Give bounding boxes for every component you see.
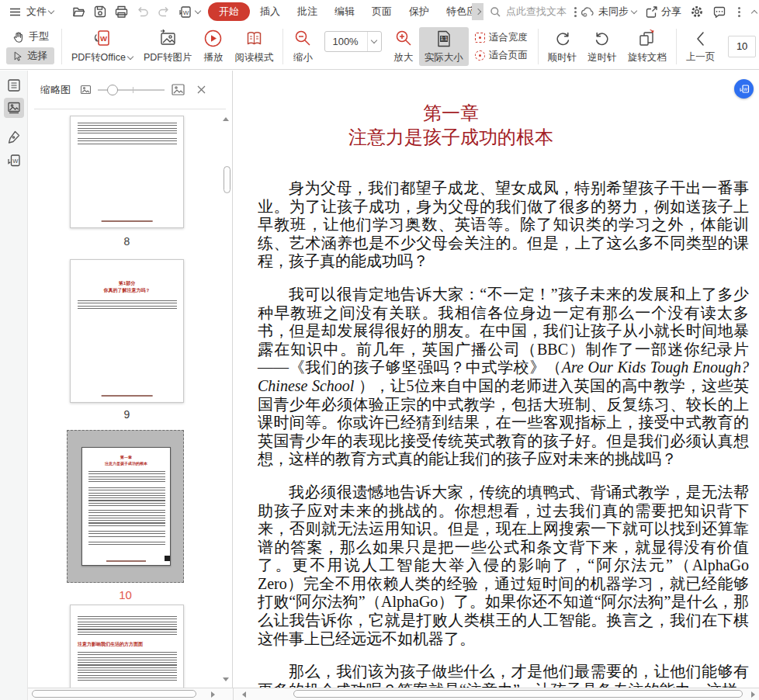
main-horizontal-scrollbar-thumb[interactable] xyxy=(293,690,743,698)
thumbnail-page-10-selected[interactable]: 第一章 注意力是孩子成功的根本 xyxy=(67,430,184,583)
file-menu[interactable]: 文件 xyxy=(24,3,56,20)
zoom-out-label: 缩小 xyxy=(293,51,313,64)
search-icon xyxy=(490,6,501,18)
zoom-out-button[interactable]: 缩小 xyxy=(287,27,318,66)
pdf-to-office-icon: W xyxy=(92,28,113,49)
feedback-comment-icon[interactable] xyxy=(712,5,726,19)
rotate-counterclockwise-button[interactable]: 逆时针 xyxy=(582,27,622,66)
tab-protect[interactable]: 保护 xyxy=(400,2,438,21)
word-convert-icon: W xyxy=(739,84,750,95)
sidebar-vertical-scrollbar-thumb[interactable] xyxy=(224,166,230,193)
rotate-clockwise-button[interactable]: 顺时针 xyxy=(542,27,583,66)
rotate-clockwise-label: 顺时针 xyxy=(548,51,577,64)
pdf-to-word-icon[interactable]: W xyxy=(4,151,24,171)
thumb9-heading-line1: 第1部分 xyxy=(71,280,183,287)
thumbnail-label-8[interactable]: 8 xyxy=(70,235,184,248)
chevron-down-icon xyxy=(371,37,377,43)
save-icon[interactable] xyxy=(93,5,107,19)
chevron-down-icon xyxy=(631,7,637,13)
zoom-in-label: 放大 xyxy=(393,51,413,64)
play-button[interactable]: 播放 xyxy=(197,26,229,66)
undo-icon[interactable] xyxy=(136,5,150,18)
thumbnail-size-slider[interactable] xyxy=(98,85,165,95)
tab-scroll-right-button[interactable] xyxy=(472,3,483,20)
page-number-input[interactable]: 10 xyxy=(728,36,756,57)
thumbnail-panel-icon[interactable] xyxy=(4,98,24,118)
pdf-to-image-label: PDF转图片 xyxy=(144,51,192,64)
hand-tool-label: 手型 xyxy=(29,29,49,43)
zoom-level-combobox[interactable]: 100% xyxy=(324,31,381,52)
fit-page-button[interactable]: 适合页面 xyxy=(472,49,531,62)
hand-tool-button[interactable]: 手型 xyxy=(6,28,54,45)
pdf-to-office-label: PDF转Office xyxy=(71,51,126,64)
outline-panel-icon[interactable] xyxy=(4,75,24,95)
tab-insert[interactable]: 插入 xyxy=(251,2,289,21)
main-scroll-right-arrow[interactable] xyxy=(751,691,755,698)
cloud-sync-status[interactable]: 未同步 xyxy=(580,5,636,19)
fit-width-button[interactable]: 适合宽度 xyxy=(472,31,531,44)
main-area: W 缩略图 xyxy=(0,71,759,700)
sidebar-scroll-down-arrow[interactable] xyxy=(223,677,229,681)
play-label: 播放 xyxy=(203,51,223,64)
doc-paragraph: 我必须很遗憾地告诉大家，传统的填鸭式、背诵式教学，是无法帮助孩子应对未来的挑战的… xyxy=(258,483,749,648)
share-icon xyxy=(645,5,658,19)
rotate-counterclockwise-label: 逆时针 xyxy=(587,51,617,64)
actual-size-button[interactable]: 1:1 实际大小 xyxy=(419,27,469,66)
zoom-dropdown-arrow[interactable] xyxy=(367,32,381,51)
slider-handle[interactable] xyxy=(107,85,118,95)
select-tool-label: 选择 xyxy=(27,49,47,63)
more-options-icon[interactable] xyxy=(738,11,740,13)
tab-home[interactable]: 开始 xyxy=(208,2,250,21)
rotate-document-icon xyxy=(636,28,657,49)
previous-page-label: 上一页 xyxy=(686,50,716,64)
previous-page-button[interactable]: 上一页 xyxy=(681,28,721,65)
thumbnail-label-10-current[interactable]: 10 xyxy=(68,588,182,601)
tab-edit[interactable]: 编辑 xyxy=(326,2,363,21)
save-as-word-button[interactable]: W xyxy=(178,5,200,19)
select-tool-button[interactable]: 选择 xyxy=(6,47,54,64)
zoom-in-button[interactable]: 放大 xyxy=(388,27,419,66)
menubar: 文件 W 开始 插入 批注 编辑 页面 保护 特色应 点此查 xyxy=(0,0,759,23)
settings-gear-icon[interactable] xyxy=(690,5,704,19)
chevron-right-icon xyxy=(474,9,480,15)
tab-comment[interactable]: 批注 xyxy=(289,2,326,21)
thumbnail-page-8[interactable] xyxy=(70,116,184,228)
sidebar-horizontal-scrollbar-thumb[interactable] xyxy=(32,690,196,698)
svg-text:W: W xyxy=(183,9,189,16)
zoom-level-value: 100% xyxy=(325,36,366,47)
wps-pdf-window: 文件 W 开始 插入 批注 编辑 页面 保护 特色应 点此查 xyxy=(0,0,759,700)
hamburger-menu-icon[interactable] xyxy=(6,4,24,20)
print-icon[interactable] xyxy=(114,5,129,19)
bottom-scrollbar-strip xyxy=(28,688,759,700)
play-icon xyxy=(203,28,224,49)
share-button[interactable]: 分享 xyxy=(645,5,681,19)
svg-text:W: W xyxy=(12,158,19,165)
thumbnail-small-icon xyxy=(80,84,92,95)
pdf-to-image-button[interactable]: PDF转图片 xyxy=(138,26,198,66)
pdf-to-image-icon xyxy=(158,28,178,49)
sidebar-scroll-right-arrow[interactable] xyxy=(211,691,215,698)
thumbnail-page-9[interactable]: 第1部分 你真的了解注意力吗？ xyxy=(70,259,184,403)
tab-features[interactable]: 特色应 xyxy=(438,2,477,21)
tab-page[interactable]: 页面 xyxy=(363,2,400,21)
collapse-toolbar-icon[interactable] xyxy=(751,9,757,16)
thumbnail-label-9[interactable]: 9 xyxy=(70,408,184,421)
open-file-icon[interactable] xyxy=(71,5,86,19)
sidebar-scroll-up-arrow[interactable] xyxy=(223,117,229,121)
annotation-pen-icon[interactable] xyxy=(4,126,24,147)
main-scroll-left-arrow[interactable] xyxy=(242,691,246,698)
cursor-icon xyxy=(12,50,23,62)
close-panel-icon[interactable] xyxy=(196,85,206,95)
document-area: 第一章 注意力是孩子成功的根本 身为父母，我们都望子成龙、望女成凤，特别希望孩子… xyxy=(234,71,759,700)
thumb11-heading: 注意力影响我们生活的方方面面 xyxy=(78,641,178,648)
pdf-to-word-floating-button[interactable]: W xyxy=(734,79,754,99)
divider xyxy=(676,29,677,64)
search-box[interactable]: 点此查找文本 xyxy=(490,5,580,19)
actual-size-icon: 1:1 xyxy=(434,29,454,49)
redo-icon[interactable] xyxy=(157,5,171,18)
rotate-document-button[interactable]: 旋转文档 xyxy=(622,26,672,66)
pdf-to-office-button[interactable]: W PDF转Office xyxy=(66,26,138,66)
read-mode-button[interactable]: 阅读模式 xyxy=(229,26,279,66)
search-more-icon[interactable] xyxy=(574,11,577,13)
thumbnail-page-11[interactable]: 注意力影响我们生活的方方面面 xyxy=(70,605,184,688)
